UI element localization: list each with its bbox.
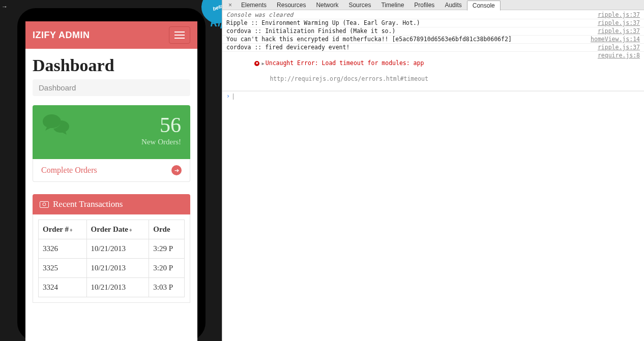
devtools-tabs: × Elements Resources Network Sources Tim… [222, 0, 644, 10]
tab-elements[interactable]: Elements [236, 1, 272, 10]
table-row[interactable]: 3326 10/21/2013 3:29 P [39, 239, 185, 259]
log-source-link[interactable]: ripple.js:37 [592, 19, 640, 27]
log-message: cordova :: fired deviceready event! [226, 44, 349, 51]
console-prompt[interactable]: › [222, 91, 644, 101]
transactions-table-wrap: Order #♦ Order Date♦ Orde 3326 10/21/201… [33, 214, 190, 303]
transactions-title: Recent Transactions [53, 199, 123, 209]
error-icon: ✖ [254, 61, 259, 66]
tab-sources[interactable]: Sources [343, 1, 376, 10]
table-row[interactable]: 3324 10/21/2013 3:03 P [39, 278, 185, 297]
log-message: cordova :: Initialization Finished (Make… [226, 27, 395, 35]
complete-orders-link[interactable]: Complete Orders ➔ [33, 159, 190, 182]
text-caret [233, 94, 233, 100]
hamburger-menu-button[interactable] [169, 26, 190, 44]
error-message: ✖▶Uncaught Error: Load timeout for modul… [226, 52, 428, 90]
cell-id: 3324 [39, 278, 87, 297]
console-log-row: You can't hack this encrypted id motherf… [222, 36, 644, 44]
col-order-time[interactable]: Orde [149, 220, 185, 239]
device-frame: IZIFY ADMIN Dashboard Dashboard 56 New O… [17, 8, 206, 341]
app-body: Dashboard Dashboard 56 New Orders! Compl… [25, 49, 197, 303]
tab-console[interactable]: Console [467, 1, 501, 11]
new-orders-panel: 56 New Orders! [33, 105, 190, 159]
cell-date: 10/21/2013 [86, 259, 149, 278]
transactions-table: Order #♦ Order Date♦ Orde 3326 10/21/201… [38, 220, 185, 297]
col-order-num[interactable]: Order #♦ [39, 220, 87, 239]
transactions-header: Recent Transactions [33, 194, 190, 214]
arrow-right-circle-icon: ➔ [171, 165, 182, 175]
sort-icon: ♦ [129, 227, 132, 233]
sort-icon: ♦ [70, 227, 73, 233]
devtools-close-icon[interactable]: × [224, 2, 236, 9]
console-log-row: Ripple :: Environment Warming Up (Tea. E… [222, 19, 644, 27]
log-source-link[interactable]: ripple.js:37 [592, 27, 640, 35]
expand-icon[interactable]: ▶ [261, 61, 264, 66]
breadcrumb[interactable]: Dashboard [33, 79, 190, 96]
prompt-chevron-icon: › [226, 92, 230, 100]
console-log-row: cordova :: Initialization Finished (Make… [222, 27, 644, 36]
tab-audits[interactable]: Audits [440, 1, 466, 10]
console-log-row: Console was cleared ripple.js:37 [222, 11, 644, 19]
app-title: IZIFY ADMIN [33, 30, 90, 41]
tab-network[interactable]: Network [311, 1, 343, 10]
console-error-row: ✖▶Uncaught Error: Load timeout for modul… [222, 52, 644, 91]
devtools-panel: × Elements Resources Network Sources Tim… [222, 0, 644, 341]
col-order-date[interactable]: Order Date♦ [86, 220, 149, 239]
app-header: IZIFY ADMIN [25, 21, 197, 49]
tab-profiles[interactable]: Profiles [409, 1, 440, 10]
log-message: You can't hack this encrypted id motherf… [226, 36, 512, 43]
console-log-row: cordova :: fired deviceready event! ripp… [222, 44, 644, 52]
log-source-link[interactable]: ripple.js:37 [592, 11, 640, 19]
cell-time: 3:29 P [149, 239, 185, 259]
cell-date: 10/21/2013 [86, 239, 149, 259]
cell-date: 10/21/2013 [86, 278, 149, 297]
console-output: Console was cleared ripple.js:37 Ripple … [222, 10, 644, 102]
tab-resources[interactable]: Resources [272, 1, 311, 10]
log-message: Ripple :: Environment Warming Up (Tea. E… [226, 19, 420, 27]
table-header-row: Order #♦ Order Date♦ Orde [39, 220, 185, 239]
device-screen: IZIFY ADMIN Dashboard Dashboard 56 New O… [25, 21, 197, 341]
cell-time: 3:20 P [149, 259, 185, 278]
error-url[interactable]: http://requirejs.org/docs/errors.html#ti… [254, 75, 428, 82]
complete-orders-label: Complete Orders [41, 166, 97, 175]
log-source-link[interactable]: require.js:8 [592, 52, 640, 90]
cell-time: 3:03 P [149, 278, 185, 297]
log-source-link[interactable]: homeView.js:14 [584, 36, 640, 43]
cell-id: 3325 [39, 259, 87, 278]
log-source-link[interactable]: ripple.js:37 [592, 44, 640, 51]
money-icon [40, 201, 49, 208]
log-message: Console was cleared [226, 11, 294, 19]
tab-timeline[interactable]: Timeline [376, 1, 409, 10]
emulator-panel: → beta Ripp IZIFY ADMIN Dashboard Dashbo… [0, 0, 222, 341]
console-input[interactable] [237, 93, 640, 100]
table-row[interactable]: 3325 10/21/2013 3:20 P [39, 259, 185, 278]
comments-icon [42, 112, 71, 142]
back-arrow-icon[interactable]: → [2, 3, 8, 10]
page-title: Dashboard [33, 56, 190, 75]
cell-id: 3326 [39, 239, 87, 259]
